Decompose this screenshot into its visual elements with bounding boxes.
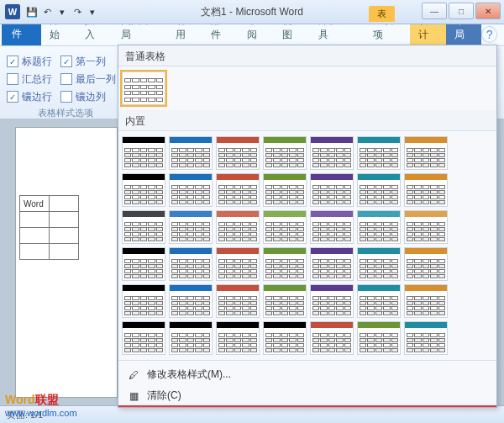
- gallery-section-plain: 普通表格: [118, 45, 496, 66]
- gallery-builtin-grid: [118, 131, 496, 360]
- table-style-thumb[interactable]: [404, 284, 448, 318]
- table-style-thumb[interactable]: [357, 173, 401, 207]
- table-styles-gallery: 普通表格 内置 🖊 修改表格样式(M)... ▦ 清除(C) ▦ 新建表样式(N…: [118, 45, 497, 408]
- checkbox-header-row[interactable]: ✓标题行: [7, 55, 52, 69]
- checkbox-banded-rows[interactable]: ✓镶边行: [7, 90, 52, 104]
- document-table[interactable]: Word: [19, 195, 79, 260]
- table-style-thumb[interactable]: [169, 321, 213, 355]
- table-style-thumb[interactable]: [263, 247, 307, 281]
- table-style-thumb[interactable]: [404, 247, 448, 281]
- table-style-thumb[interactable]: [357, 284, 401, 318]
- minimize-button[interactable]: —: [422, 3, 447, 19]
- document-page[interactable]: Word: [15, 127, 118, 398]
- table-style-thumb[interactable]: [122, 321, 165, 355]
- menu-new-table-style[interactable]: ▦ 新建表样式(N)...: [118, 406, 496, 408]
- dropdown-icon[interactable]: ▾: [55, 5, 69, 19]
- table-style-thumb[interactable]: [357, 210, 401, 244]
- gallery-section-builtin: 内置: [118, 110, 496, 131]
- window-title: 文档1 - Microsoft Word: [201, 5, 303, 19]
- checkbox-total-row[interactable]: 汇总行: [7, 72, 52, 87]
- checkbox-last-column[interactable]: 最后一列: [60, 72, 116, 87]
- table-style-thumb[interactable]: [263, 321, 307, 355]
- ribbon-tabs: 文件 开始 插入 页面布局 引用 邮件 审阅 视图 开发工具 加载项 设计 布局…: [0, 24, 504, 46]
- close-button[interactable]: ✕: [475, 3, 501, 19]
- table-style-thumb[interactable]: [310, 173, 354, 207]
- table-style-thumb[interactable]: [169, 284, 213, 318]
- undo-icon[interactable]: ↶: [40, 5, 54, 19]
- table-style-thumb[interactable]: [263, 173, 307, 207]
- save-icon[interactable]: 💾: [25, 5, 39, 19]
- clear-icon: ▦: [127, 389, 140, 403]
- table-style-thumb[interactable]: [216, 321, 260, 355]
- table-style-thumb[interactable]: [169, 136, 213, 170]
- table-style-thumb[interactable]: [216, 173, 260, 207]
- table-style-thumb[interactable]: [310, 136, 354, 170]
- word-app-icon: W: [5, 4, 20, 19]
- group-label: 表格样式选项: [7, 107, 123, 119]
- table-style-thumb[interactable]: [122, 247, 165, 281]
- table-style-thumb[interactable]: [216, 247, 260, 281]
- table-style-thumb[interactable]: [122, 210, 165, 244]
- maximize-button[interactable]: □: [449, 3, 474, 19]
- titlebar: W 💾 ↶ ▾ ↷ ▾ 文档1 - Microsoft Word 表 — □ ✕: [0, 0, 504, 24]
- table-style-thumb[interactable]: [122, 284, 165, 318]
- table-style-thumb[interactable]: [216, 136, 260, 170]
- table-style-thumb[interactable]: [357, 136, 401, 170]
- checkbox-banded-cols[interactable]: 镶边列: [60, 90, 106, 104]
- table-style-thumb[interactable]: [404, 321, 448, 355]
- table-style-thumb[interactable]: [404, 136, 448, 170]
- table-style-thumb[interactable]: [169, 247, 213, 281]
- gallery-menu: 🖊 修改表格样式(M)... ▦ 清除(C) ▦ 新建表样式(N)...: [118, 360, 496, 408]
- table-style-thumb[interactable]: [310, 247, 354, 281]
- dropdown-icon[interactable]: ▾: [86, 5, 99, 19]
- quick-access-toolbar: W 💾 ↶ ▾ ↷ ▾: [0, 4, 99, 19]
- redo-icon[interactable]: ↷: [71, 5, 84, 19]
- table-style-thumb[interactable]: [263, 284, 307, 318]
- table-style-thumb[interactable]: [263, 210, 307, 244]
- context-tab-group: 表: [369, 6, 395, 22]
- table-style-options-group: ✓标题行 ✓第一列 汇总行 最后一列 ✓镶边行 镶边列 表格样式选项: [7, 55, 123, 119]
- table-style-thumb[interactable]: [263, 136, 307, 170]
- table-style-thumb[interactable]: [122, 71, 165, 105]
- table-style-thumb[interactable]: [310, 210, 354, 244]
- table-style-thumb[interactable]: [357, 247, 401, 281]
- table-style-thumb[interactable]: [404, 210, 448, 244]
- menu-modify-style[interactable]: 🖊 修改表格样式(M)...: [118, 364, 496, 385]
- table-style-thumb[interactable]: [216, 210, 260, 244]
- table-style-thumb[interactable]: [216, 284, 260, 318]
- help-icon[interactable]: ?: [481, 26, 497, 43]
- menu-clear[interactable]: ▦ 清除(C): [118, 385, 496, 406]
- window-buttons: — □ ✕: [422, 3, 501, 19]
- table-style-thumb[interactable]: [310, 284, 354, 318]
- table-style-thumb[interactable]: [310, 321, 354, 355]
- checkbox-first-column[interactable]: ✓第一列: [60, 55, 106, 69]
- table-style-thumb[interactable]: [122, 136, 165, 170]
- table-style-thumb[interactable]: [357, 321, 401, 355]
- table-style-thumb[interactable]: [122, 173, 165, 207]
- modify-icon: 🖊: [127, 368, 140, 382]
- watermark: Word联盟 www.wordlm.com: [5, 393, 77, 418]
- table-cell[interactable]: Word: [20, 196, 50, 212]
- table-style-thumb[interactable]: [404, 173, 448, 207]
- table-style-thumb[interactable]: [169, 210, 213, 244]
- table-style-thumb[interactable]: [169, 173, 213, 207]
